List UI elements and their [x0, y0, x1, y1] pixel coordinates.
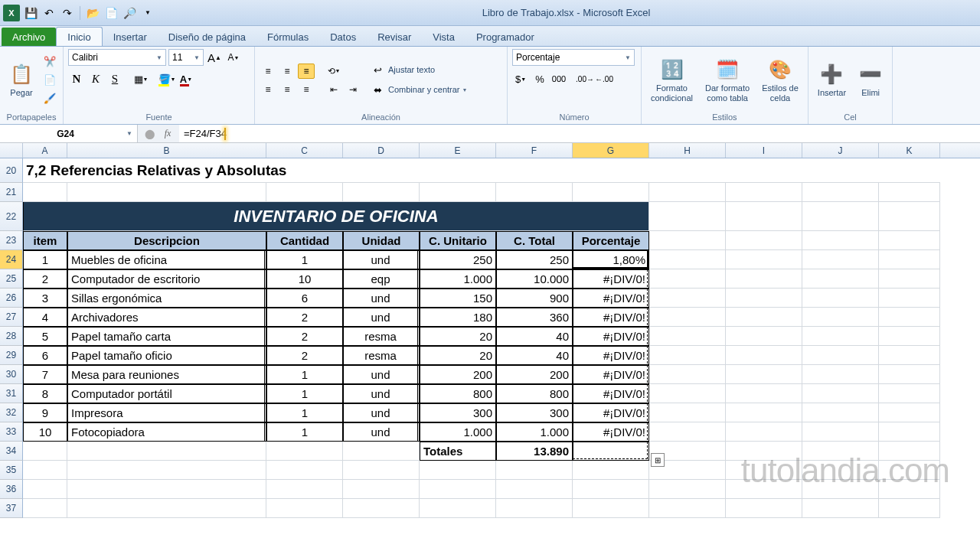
cell[interactable] [879, 422, 940, 442]
row-header-30[interactable]: 30 [0, 365, 23, 384]
cell[interactable]: 200 [496, 365, 573, 384]
row-header-29[interactable]: 29 [0, 346, 23, 365]
cell[interactable]: #¡DIV/0! [573, 422, 649, 442]
cell[interactable] [649, 231, 726, 250]
cell[interactable] [573, 499, 649, 518]
decrease-decimal-icon[interactable]: ←.00 [596, 70, 612, 87]
cell[interactable]: 5 [23, 327, 67, 346]
cell[interactable]: 13.890 [496, 442, 573, 461]
cell[interactable]: 10.000 [496, 269, 573, 289]
cell[interactable]: 250 [496, 250, 573, 269]
cell[interactable] [266, 480, 343, 499]
row-header-35[interactable]: 35 [0, 461, 23, 480]
cell[interactable]: Muebles de oficina [67, 250, 266, 269]
cell[interactable]: Mesa para reuniones [67, 365, 266, 384]
cell[interactable] [573, 461, 649, 480]
cell[interactable]: #¡DIV/0! [573, 289, 649, 308]
cell[interactable] [802, 250, 879, 269]
cell[interactable] [802, 499, 879, 518]
cell[interactable] [649, 250, 726, 269]
increase-indent-icon[interactable]: ⇥ [345, 82, 361, 97]
cell[interactable]: resma [343, 327, 420, 346]
font-color-icon[interactable]: A▼ [178, 70, 194, 87]
cell[interactable]: 8 [23, 384, 67, 403]
cell[interactable]: 7 [23, 365, 67, 384]
cell[interactable]: 10 [266, 269, 343, 289]
column-header-A[interactable]: A [23, 143, 67, 158]
row-header-24[interactable]: 24 [0, 250, 23, 269]
cell[interactable] [420, 480, 496, 499]
cell[interactable]: #¡DIV/0! [573, 384, 649, 403]
cell[interactable]: C. Unitario [420, 231, 496, 250]
delete-cells-button[interactable]: ➖ Elimi [854, 60, 887, 99]
cell[interactable]: 1,80% [573, 250, 649, 269]
cell[interactable] [726, 327, 802, 346]
row-header-36[interactable]: 36 [0, 480, 23, 499]
cell[interactable]: #¡DIV/0! [573, 308, 649, 327]
cell[interactable] [726, 422, 802, 442]
cell[interactable]: 300 [496, 403, 573, 422]
decrease-indent-icon[interactable]: ⇤ [325, 82, 342, 97]
cell[interactable] [23, 461, 67, 480]
cell[interactable] [879, 308, 940, 327]
cell[interactable] [726, 308, 802, 327]
cell[interactable]: eqp [343, 269, 420, 289]
cell[interactable]: und [343, 384, 420, 403]
cancel-formula-icon[interactable]: ⬤ [142, 127, 156, 141]
bold-icon[interactable]: N [68, 70, 85, 87]
cell[interactable] [649, 289, 726, 308]
cell[interactable] [879, 202, 940, 231]
cell[interactable] [23, 442, 67, 461]
cell[interactable]: 4 [23, 308, 67, 327]
cell[interactable] [802, 346, 879, 365]
number-format-combo[interactable]: Porcentaje▼ [512, 49, 635, 66]
tab-data[interactable]: Datos [319, 28, 367, 46]
cell[interactable] [726, 231, 802, 250]
cell[interactable]: Porcentaje [573, 231, 649, 250]
cell[interactable]: 20 [420, 346, 496, 365]
cell[interactable] [67, 480, 266, 499]
column-header-G[interactable]: G [573, 143, 649, 158]
cell[interactable] [343, 442, 420, 461]
cell[interactable] [343, 499, 420, 518]
row-header-23[interactable]: 23 [0, 231, 23, 250]
tab-view[interactable]: Vista [422, 28, 466, 46]
cell[interactable] [879, 250, 940, 269]
cell[interactable] [879, 183, 940, 202]
cell[interactable]: Totales [420, 442, 496, 461]
cell[interactable] [649, 346, 726, 365]
column-header-K[interactable]: K [879, 143, 940, 158]
cell[interactable]: 1 [23, 250, 67, 269]
cell[interactable] [726, 346, 802, 365]
insert-cells-button[interactable]: ➕ Insertar [813, 60, 851, 99]
row-header-27[interactable]: 27 [0, 308, 23, 327]
cell[interactable]: #¡DIV/0! [573, 346, 649, 365]
cell[interactable]: 800 [420, 384, 496, 403]
cell[interactable] [266, 442, 343, 461]
select-all-corner[interactable] [0, 143, 23, 158]
cell[interactable]: C. Total [496, 231, 573, 250]
align-bottom-icon[interactable]: ≡ [298, 64, 315, 79]
undo-icon[interactable]: ↶ [41, 5, 57, 21]
column-header-I[interactable]: I [726, 143, 802, 158]
cell[interactable] [649, 269, 726, 289]
cut-icon[interactable]: ✂️ [41, 54, 58, 70]
format-painter-icon[interactable]: 🖌️ [41, 90, 58, 107]
cell[interactable] [649, 308, 726, 327]
cell[interactable] [726, 250, 802, 269]
cell[interactable]: und [343, 250, 420, 269]
tab-file[interactable]: Archivo [2, 28, 56, 46]
row-header-32[interactable]: 32 [0, 403, 23, 422]
cell[interactable]: Sillas ergonómica [67, 289, 266, 308]
cell[interactable]: 1 [266, 422, 343, 442]
align-right-icon[interactable]: ≡ [298, 82, 315, 97]
format-as-table-button[interactable]: 🗓️ Dar formato como tabla [701, 56, 754, 103]
cell[interactable] [573, 442, 649, 461]
cell[interactable] [649, 384, 726, 403]
cell[interactable] [726, 365, 802, 384]
tab-formulas[interactable]: Fórmulas [256, 28, 319, 46]
cell[interactable] [879, 403, 940, 422]
cell[interactable]: 1 [266, 384, 343, 403]
underline-icon[interactable]: S [106, 70, 123, 87]
cell[interactable] [802, 327, 879, 346]
